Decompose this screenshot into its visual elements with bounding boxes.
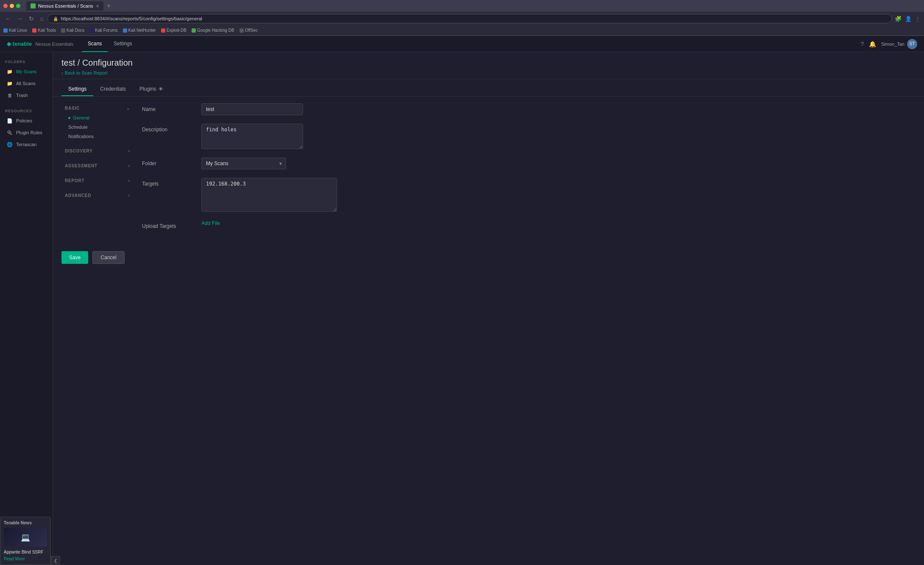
bookmark-label: Kali Linux <box>9 28 27 33</box>
notifications-button[interactable]: 🔔 <box>869 41 876 47</box>
folder-select-wrapper: My Scans All Scans Trash ▼ <box>201 158 286 169</box>
chevron-right-icon: › <box>128 178 130 183</box>
home-button[interactable]: ⌂ <box>38 14 45 23</box>
bookmark-offsec[interactable]: OffSec <box>239 28 258 33</box>
bookmark-favicon <box>161 28 165 33</box>
active-browser-tab[interactable]: Nessus Essentials / Scans ✕ <box>26 1 103 11</box>
chevron-right-icon: › <box>128 193 130 198</box>
chevron-right-icon: › <box>128 149 130 153</box>
bookmark-label: Kali NetHunter <box>128 28 156 33</box>
app-container: ◆ tenable Nessus Essentials Scans Settin… <box>0 36 924 565</box>
assessment-section: ASSESSMENT › <box>61 161 134 171</box>
close-tab-button[interactable]: ✕ <box>96 4 99 8</box>
bookmark-label: Google Hacking DB <box>197 28 234 33</box>
cancel-button[interactable]: Cancel <box>92 251 124 264</box>
help-button[interactable]: ? <box>860 41 864 47</box>
form-row-targets: Targets <box>142 178 907 212</box>
sidebar-item-policies[interactable]: 📄 Policies <box>2 115 51 126</box>
reload-button[interactable]: ↻ <box>27 14 36 23</box>
new-tab-button[interactable]: + <box>105 2 112 10</box>
form-actions: Save Cancel <box>53 244 924 271</box>
chevron-down-icon: ⌄ <box>126 106 130 111</box>
bookmark-nethunter[interactable]: Kali NetHunter <box>123 28 156 33</box>
sidebar: FOLDERS 📁 My Scans 📁 All Scans 🗑 Trash R… <box>0 52 53 565</box>
form-row-description: Description <box>142 124 907 149</box>
sidebar-item-plugin-rules[interactable]: 🔌 Plugin Rules <box>2 127 51 138</box>
topnav-link-settings[interactable]: Settings <box>108 36 138 52</box>
topnav-link-scans[interactable]: Scans <box>82 36 108 52</box>
report-section-header[interactable]: REPORT › <box>61 176 134 186</box>
settings-button[interactable]: ⋮ <box>915 16 921 22</box>
news-headline: Appwrite Blind SSRF <box>4 549 47 555</box>
form-row-upload-targets: Upload Targets Add File <box>142 220 907 229</box>
bookmark-kali-docs[interactable]: Kali Docs <box>61 28 84 33</box>
bookmark-kali-linux[interactable]: Kali Linux <box>3 28 27 33</box>
profile-button[interactable]: 👤 <box>905 16 912 22</box>
nessus-label: Nessus Essentials <box>35 42 73 47</box>
folder-icon: 📁 <box>7 69 13 75</box>
basic-section-header[interactable]: BASIC ⌄ <box>61 103 134 113</box>
config-nav-schedule[interactable]: Schedule <box>61 122 134 132</box>
user-info[interactable]: Simon_Tan ST <box>881 39 917 49</box>
minimize-window-button[interactable] <box>10 4 14 8</box>
avatar: ST <box>907 39 917 49</box>
app-topnav: ◆ tenable Nessus Essentials Scans Settin… <box>0 36 924 52</box>
name-input[interactable] <box>201 103 303 115</box>
sidebar-item-terrascan[interactable]: 🌐 Terrascan <box>2 139 51 150</box>
targets-input[interactable] <box>201 178 337 212</box>
config-nav-general[interactable]: General <box>61 113 134 122</box>
tab-settings[interactable]: Settings <box>61 83 93 96</box>
read-more-link[interactable]: Read More <box>4 557 47 561</box>
resources-section-label: RESOURCES <box>0 106 53 115</box>
news-thumbnail: 💻 <box>4 528 47 547</box>
back-to-scan-report-link[interactable]: ‹ Back to Scan Report <box>61 70 916 75</box>
bookmark-kali-forums[interactable]: Kali Forums <box>89 28 117 33</box>
config-tab-bar: Settings Credentials Plugins 👁 <box>53 83 924 97</box>
back-button[interactable]: ← <box>3 14 13 23</box>
news-widget: Tenable News 💻 Appwrite Blind SSRF Read … <box>0 517 51 565</box>
sidebar-item-label: Terrascan <box>16 142 36 147</box>
bookmark-favicon <box>32 28 36 33</box>
sidebar-collapse-toggle[interactable]: ❮ <box>51 556 60 565</box>
extensions-button[interactable]: 🧩 <box>895 16 902 22</box>
bookmark-google-hacking[interactable]: Google Hacking DB <box>192 28 234 33</box>
sidebar-item-label: All Scans <box>16 81 36 86</box>
sidebar-item-trash[interactable]: 🗑 Trash <box>2 90 51 101</box>
name-label: Name <box>142 103 193 112</box>
bookmark-favicon <box>192 28 196 33</box>
bookmark-kali-tools[interactable]: Kali Tools <box>32 28 56 33</box>
advanced-section: ADVANCED › <box>61 191 134 200</box>
config-layout: BASIC ⌄ General Schedule Notifications <box>53 97 924 244</box>
url-text: https://localhost:8834/#/scans/reports/5… <box>61 16 202 21</box>
folder-select[interactable]: My Scans All Scans Trash <box>201 158 286 169</box>
basic-section: BASIC ⌄ General Schedule Notifications <box>61 103 134 141</box>
app-logo: ◆ tenable Nessus Essentials <box>7 41 73 47</box>
tenable-logo: ◆ tenable <box>7 41 32 47</box>
tab-credentials[interactable]: Credentials <box>93 83 133 96</box>
bookmark-exploit-db[interactable]: Exploit-DB <box>161 28 186 33</box>
lock-icon: 🔒 <box>53 17 58 21</box>
main-layout: FOLDERS 📁 My Scans 📁 All Scans 🗑 Trash R… <box>0 52 924 565</box>
close-window-button[interactable] <box>3 4 8 8</box>
bookmark-favicon <box>89 28 94 33</box>
sidebar-item-label: Trash <box>16 93 28 98</box>
folders-section-label: FOLDERS <box>0 57 53 66</box>
sidebar-item-all-scans[interactable]: 📁 All Scans <box>2 78 51 89</box>
advanced-section-header[interactable]: ADVANCED › <box>61 191 134 200</box>
discovery-section-header[interactable]: DISCOVERY › <box>61 146 134 156</box>
url-bar[interactable]: 🔒 https://localhost:8834/#/scans/reports… <box>47 14 892 23</box>
assessment-section-header[interactable]: ASSESSMENT › <box>61 161 134 171</box>
config-nav-notifications[interactable]: Notifications <box>61 132 134 141</box>
maximize-window-button[interactable] <box>16 4 20 8</box>
plugin-rules-icon: 🔌 <box>7 130 13 136</box>
save-button[interactable]: Save <box>61 251 88 264</box>
forward-button[interactable]: → <box>15 14 25 23</box>
chevron-right-icon: › <box>128 163 130 168</box>
tab-plugins[interactable]: Plugins 👁 <box>133 83 170 96</box>
sidebar-item-my-scans[interactable]: 📁 My Scans <box>2 66 51 77</box>
description-input[interactable] <box>201 124 303 149</box>
add-file-link[interactable]: Add File <box>201 220 220 226</box>
browser-top-bar: Nessus Essentials / Scans ✕ + <box>0 0 924 12</box>
sidebar-item-label: Plugin Rules <box>16 130 42 135</box>
report-section: REPORT › <box>61 176 134 186</box>
